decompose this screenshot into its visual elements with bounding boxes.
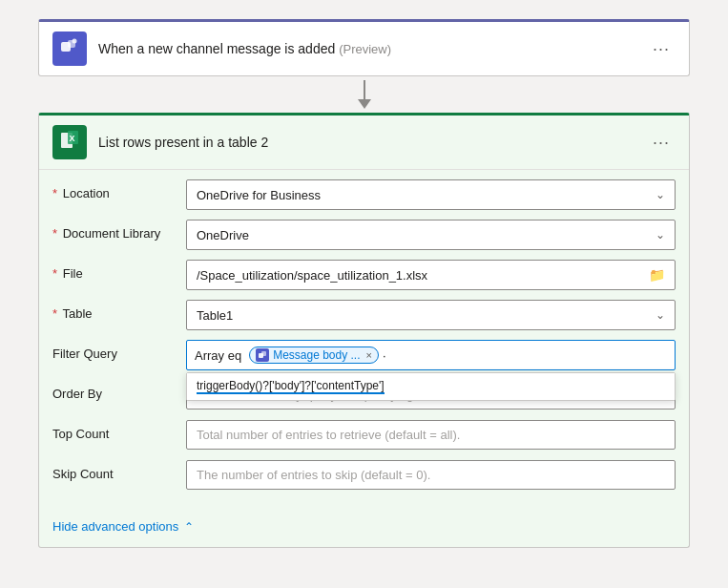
top-count-field-row: Top Count Total number of entries to ret…	[52, 420, 676, 451]
document-library-value: OneDrive	[197, 228, 249, 242]
skip-count-field-row: Skip Count The number of entries to skip…	[52, 460, 676, 491]
location-control: OneDrive for Business ⌄	[186, 179, 676, 210]
message-body-token[interactable]: Message body ... ×	[249, 346, 379, 364]
filter-dot: ·	[383, 348, 386, 363]
table-required-star: *	[52, 306, 57, 321]
autocomplete-value: triggerBody()?['body']?['contentType']	[197, 379, 385, 394]
top-count-label: Top Count	[52, 420, 186, 441]
table-label: * Table	[52, 300, 186, 321]
location-field-row: * Location OneDrive for Business ⌄	[52, 179, 676, 210]
arrow-head	[358, 99, 371, 109]
trigger-card: When a new channel message is added (Pre…	[38, 19, 690, 76]
trigger-more-button[interactable]: ···	[647, 37, 676, 61]
chevron-up-icon: ⌃	[184, 520, 194, 534]
file-input[interactable]: /Space_utilization/space_utilization_1.x…	[186, 260, 676, 290]
location-select[interactable]: OneDrive for Business ⌄	[186, 179, 676, 210]
filter-prefix-text: Array eq	[195, 348, 241, 363]
table-value: Table1	[197, 308, 233, 323]
action-card: X List rows present in a table 2 ··· * L…	[38, 113, 690, 548]
skip-count-label: Skip Count	[52, 460, 186, 481]
doc-lib-required-star: *	[52, 226, 57, 241]
skip-count-control: The number of entries to skip (default =…	[186, 460, 676, 490]
excel-icon: X	[59, 130, 80, 156]
trigger-title-text: When a new channel message is added	[98, 41, 335, 56]
filter-query-label: Filter Query	[52, 340, 186, 361]
trigger-preview-text: (Preview)	[339, 42, 391, 56]
filter-query-control: Array eq Message body ... × ·	[186, 340, 676, 370]
hide-advanced-options[interactable]: Hide advanced options ⌃	[39, 510, 689, 547]
doc-lib-chevron-icon: ⌄	[655, 228, 665, 242]
arrow-connector	[358, 80, 371, 109]
token-label: Message body ...	[273, 348, 360, 362]
file-control: /Space_utilization/space_utilization_1.x…	[186, 260, 676, 290]
document-library-control: OneDrive ⌄	[186, 220, 676, 250]
top-count-placeholder[interactable]: Total number of entries to retrieve (def…	[186, 420, 676, 450]
order-by-label: Order By	[52, 380, 186, 401]
document-library-label: * Document Library	[52, 220, 186, 241]
location-value: OneDrive for Business	[197, 188, 321, 202]
filter-input-row[interactable]: Array eq Message body ... × ·	[186, 340, 676, 370]
skip-count-placeholder[interactable]: The number of entries to skip (default =…	[186, 460, 676, 490]
location-chevron-icon: ⌄	[655, 188, 665, 201]
document-library-select[interactable]: OneDrive ⌄	[186, 220, 676, 250]
table-control: Table1 ⌄	[186, 300, 676, 330]
location-label: * Location	[52, 179, 186, 200]
file-label: * File	[52, 260, 186, 281]
autocomplete-item[interactable]: triggerBody()?['body']?['contentType']	[187, 373, 675, 400]
action-more-button[interactable]: ···	[647, 131, 676, 155]
file-field-row: * File /Space_utilization/space_utilizat…	[52, 260, 676, 290]
svg-point-2	[73, 38, 77, 43]
top-count-control: Total number of entries to retrieve (def…	[186, 420, 676, 450]
trigger-icon-wrapper	[52, 32, 87, 66]
table-chevron-icon: ⌄	[655, 308, 665, 322]
arrow-line	[364, 80, 365, 99]
teams-icon	[59, 36, 80, 62]
action-card-body: * Location OneDrive for Business ⌄ * Doc…	[39, 170, 689, 510]
token-teams-icon	[256, 348, 269, 362]
action-card-header: X List rows present in a table 2 ···	[39, 116, 689, 170]
folder-icon: 📁	[649, 267, 665, 283]
excel-icon-wrapper: X	[52, 125, 87, 159]
table-field-row: * Table Table1 ⌄	[52, 300, 676, 330]
document-library-field-row: * Document Library OneDrive ⌄	[52, 220, 676, 250]
svg-rect-7	[261, 351, 266, 356]
hide-advanced-label: Hide advanced options	[52, 519, 178, 534]
autocomplete-dropdown: triggerBody()?['body']?['contentType']	[186, 372, 676, 401]
svg-text:X: X	[70, 134, 75, 143]
location-required-star: *	[52, 186, 57, 200]
trigger-title: When a new channel message is added (Pre…	[98, 41, 647, 56]
token-close-icon[interactable]: ×	[366, 349, 372, 361]
file-required-star: *	[52, 266, 57, 281]
file-value: /Space_utilization/space_utilization_1.x…	[197, 268, 427, 283]
canvas: When a new channel message is added (Pre…	[10, 10, 718, 588]
action-title: List rows present in a table 2	[98, 135, 647, 150]
table-select[interactable]: Table1 ⌄	[186, 300, 676, 330]
filter-query-field-row: Filter Query Array eq Message	[52, 340, 676, 370]
